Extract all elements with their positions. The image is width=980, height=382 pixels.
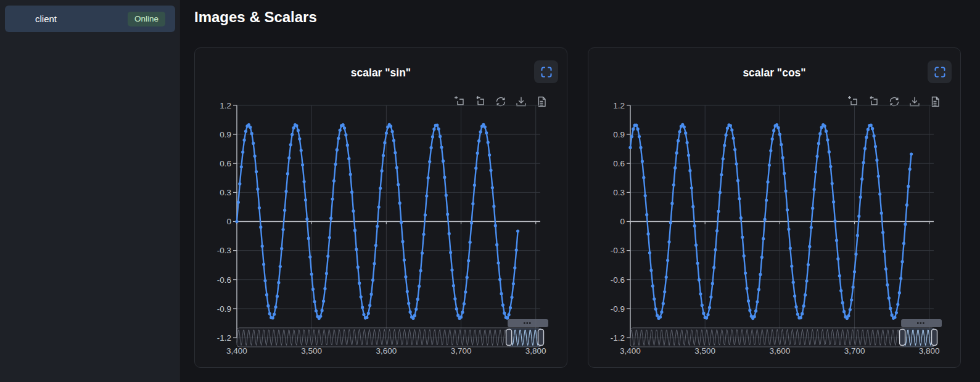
y-axis-label: 0.6 xyxy=(220,159,231,168)
x-axis-label: 3,700 xyxy=(451,346,472,356)
sidebar: client Online xyxy=(0,0,179,382)
main-content: Images & Scalars scalar "sin" xyxy=(179,0,980,382)
chart-canvas[interactable]: 1.20.90.60.30-0.3-0.6-0.9-1.23,4003,5003… xyxy=(588,105,960,364)
datazoom-handle-right[interactable] xyxy=(932,330,937,346)
y-axis-label: 0 xyxy=(226,217,231,226)
fullscreen-button[interactable] xyxy=(534,60,558,83)
x-axis-label: 3,400 xyxy=(620,346,641,356)
fullscreen-expand-icon xyxy=(934,66,946,78)
chart-panel-cos: scalar "cos" xyxy=(588,47,961,368)
move-handle-dots-icon xyxy=(917,322,919,324)
x-axis-label: 3,800 xyxy=(525,346,546,356)
x-axis-label: 3,500 xyxy=(301,346,322,356)
y-axis-label: 1.2 xyxy=(613,101,625,110)
y-axis-label: -0.6 xyxy=(217,275,231,285)
x-axis-label: 3,800 xyxy=(919,346,940,356)
x-axis-label: 3,400 xyxy=(226,346,247,356)
y-axis-label: 0.6 xyxy=(613,159,625,168)
y-axis-label: -0.9 xyxy=(217,304,231,314)
y-axis-label: -0.9 xyxy=(611,304,625,314)
move-handle-dots-icon xyxy=(529,322,531,324)
move-handle-dots-icon xyxy=(920,322,922,324)
datazoom-handle-left[interactable] xyxy=(900,330,905,346)
x-axis-label: 3,600 xyxy=(769,346,790,356)
move-handle-dots-icon xyxy=(527,322,529,324)
y-axis-label: -0.3 xyxy=(611,246,625,255)
sidebar-item-client[interactable]: client Online xyxy=(5,6,175,32)
chart-panel-sin: scalar "sin" xyxy=(194,47,567,368)
x-axis-label: 3,600 xyxy=(376,346,397,356)
y-axis-label: -0.3 xyxy=(217,246,231,255)
x-axis-label: 3,500 xyxy=(694,346,715,356)
datazoom-handle-left[interactable] xyxy=(506,330,512,346)
y-axis-label: 0.9 xyxy=(220,130,231,139)
move-handle-dots-icon xyxy=(923,322,924,324)
online-status-badge: Online xyxy=(128,11,165,26)
fullscreen-button[interactable] xyxy=(928,60,952,83)
y-axis-label: 1.2 xyxy=(220,101,231,110)
y-axis-label: 0.3 xyxy=(220,188,231,197)
x-axis-label: 3,700 xyxy=(844,346,865,356)
chart-canvas[interactable]: 1.20.90.60.30-0.3-0.6-0.9-1.23,4003,5003… xyxy=(195,105,567,364)
chart-title: scalar "cos" xyxy=(588,67,960,79)
y-axis-label: -1.2 xyxy=(217,333,231,343)
chart-title: scalar "sin" xyxy=(195,67,567,79)
fullscreen-expand-icon xyxy=(540,66,553,78)
y-axis-label: 0 xyxy=(620,217,625,226)
line-chart[interactable]: 1.20.90.60.30-0.3-0.6-0.9-1.23,4003,5003… xyxy=(588,105,960,363)
line-chart[interactable]: 1.20.90.60.30-0.3-0.6-0.9-1.23,4003,5003… xyxy=(195,105,567,363)
page-title: Images & Scalars xyxy=(194,9,317,26)
datazoom-handle-right[interactable] xyxy=(538,330,544,346)
y-axis-label: -0.6 xyxy=(611,275,625,285)
y-axis-label: -1.2 xyxy=(611,333,625,343)
sidebar-item-label: client xyxy=(5,14,57,24)
move-handle-dots-icon xyxy=(524,322,525,324)
y-axis-label: 0.3 xyxy=(613,188,625,197)
y-axis-label: 0.9 xyxy=(613,130,625,139)
